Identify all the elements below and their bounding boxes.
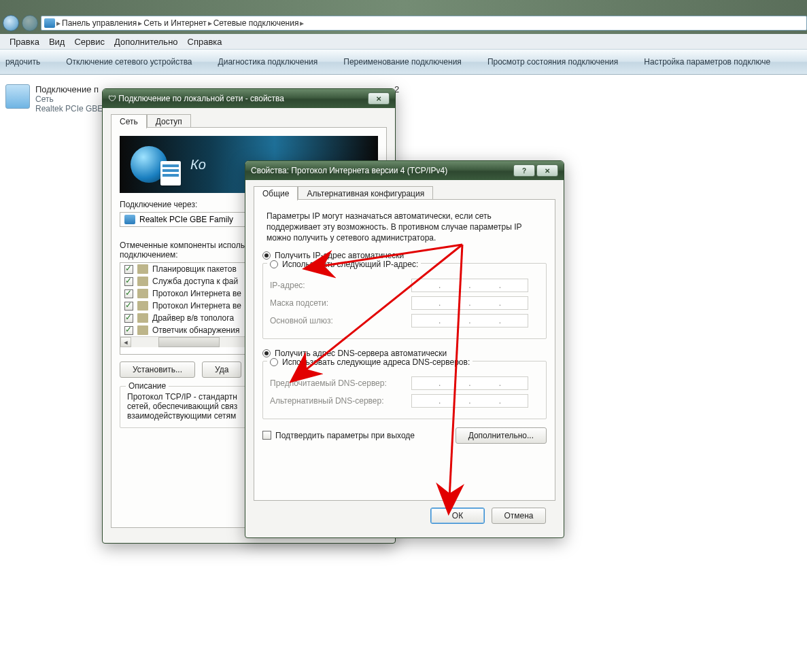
connection-item[interactable]: Подключение п Сеть Realtek PCIe GBE — [5, 84, 103, 113]
component-icon — [137, 313, 148, 323]
radio-icon — [262, 349, 271, 357]
tab-general[interactable]: Общие — [254, 186, 298, 200]
menu-view[interactable]: Вид — [49, 37, 65, 47]
menu-bar: Правка Вид Сервис Дополнительно Справка — [0, 34, 807, 49]
address-bar: ▸ Панель управления ▸ Сеть и Интернет ▸ … — [0, 15, 807, 31]
component-label: Протокол Интернета ве — [152, 301, 241, 311]
menu-advanced[interactable]: Дополнительно — [114, 37, 178, 47]
toolbar-diagnose[interactable]: Диагностика подключения — [218, 57, 318, 67]
breadcrumb-item[interactable]: Панель управления — [62, 18, 137, 28]
uninstall-button[interactable]: Уда — [202, 361, 241, 378]
component-label: Протокол Интернета ве — [152, 289, 241, 298]
connection-name: Подключение п — [35, 84, 103, 94]
connection-status: Сеть — [35, 94, 103, 104]
ipv4-properties-dialog: Свойства: Протокол Интернета версии 4 (T… — [245, 160, 564, 538]
command-bar: рядочить Отключение сетевого устройства … — [0, 49, 807, 75]
component-label: Ответчик обнаружения — [152, 325, 239, 335]
connection-device: Realtek PCIe GBE — [35, 104, 103, 113]
banner-text: Ко — [190, 157, 206, 173]
manual-ip-group: Использовать следующий IP-адрес: IP-адре… — [262, 263, 547, 339]
breadcrumb-item[interactable]: Сетевые подключения — [213, 18, 299, 28]
alternate-dns-input[interactable]: ... — [411, 394, 528, 408]
component-checkbox[interactable] — [124, 277, 133, 286]
radio-dns-auto[interactable]: Получить адрес DNS-сервера автоматически — [262, 349, 547, 358]
radio-icon — [270, 260, 278, 268]
mask-input[interactable]: ... — [411, 296, 528, 310]
close-button[interactable]: ✕ — [368, 92, 390, 105]
manual-dns-group: Использовать следующие адреса DNS-сервер… — [262, 361, 547, 419]
component-icon — [137, 277, 148, 286]
component-checkbox[interactable] — [124, 326, 133, 335]
toolbar-status[interactable]: Просмотр состояния подключения — [487, 57, 618, 67]
preferred-dns-input[interactable]: ... — [411, 376, 528, 390]
help-text: Параметры IP могут назначаться автоматич… — [267, 211, 543, 244]
close-button[interactable]: ✕ — [536, 164, 558, 177]
scroll-left-button[interactable]: ◄ — [120, 337, 131, 347]
component-label: Служба доступа к фай — [152, 277, 238, 286]
component-checkbox[interactable] — [124, 289, 133, 298]
menu-help[interactable]: Справка — [188, 37, 222, 47]
component-label: Драйвер в/в тополога — [152, 313, 234, 323]
gateway-input[interactable]: ... — [411, 314, 528, 328]
radio-icon — [262, 251, 271, 260]
nic-icon — [124, 215, 135, 224]
menu-service[interactable]: Сервис — [74, 37, 105, 47]
mask-label: Маска подсети: — [270, 298, 406, 308]
radio-ip-auto[interactable]: Получить IP-адрес автоматически — [262, 251, 547, 260]
clipboard-icon — [160, 161, 181, 185]
tab-network[interactable]: Сеть — [111, 114, 147, 128]
install-button[interactable]: Установить... — [120, 361, 195, 378]
ok-button[interactable]: ОК — [430, 508, 485, 524]
dialog-titlebar[interactable]: Свойства: Протокол Интернета версии 4 (T… — [245, 161, 564, 180]
tab-alternate[interactable]: Альтернативная конфигурация — [298, 186, 433, 200]
component-label: Планировщик пакетов — [152, 264, 237, 274]
alternate-dns-label: Альтернативный DNS-сервер: — [270, 396, 406, 406]
advanced-button[interactable]: Дополнительно... — [456, 427, 547, 444]
adapter-name: Realtek PCIe GBE Family — [139, 215, 233, 224]
radio-dns-manual[interactable]: Использовать следующие адреса DNS-сервер… — [267, 357, 473, 367]
control-panel-icon — [44, 18, 55, 28]
radio-ip-manual[interactable]: Использовать следующий IP-адрес: — [267, 260, 421, 269]
help-button[interactable]: ? — [513, 164, 535, 177]
toolbar-disable[interactable]: Отключение сетевого устройства — [66, 57, 192, 67]
dialog-title: Подключение по локальной сети - свойства — [118, 94, 284, 103]
forward-button[interactable] — [22, 15, 38, 31]
back-button[interactable] — [3, 15, 19, 31]
description-title: Описание — [126, 381, 169, 391]
component-checkbox[interactable] — [124, 314, 133, 323]
validate-label: Подтвердить параметры при выходе — [275, 431, 415, 440]
component-checkbox[interactable] — [124, 302, 133, 311]
toolbar-organize[interactable]: рядочить — [5, 57, 40, 67]
component-icon — [137, 325, 148, 335]
toolbar-settings[interactable]: Настройка параметров подключе — [644, 57, 770, 67]
menu-edit[interactable]: Правка — [10, 37, 39, 47]
component-icon — [137, 264, 148, 274]
component-icon — [137, 301, 148, 311]
preferred-dns-label: Предпочитаемый DNS-сервер: — [270, 378, 406, 388]
ip-input[interactable]: ... — [411, 279, 528, 292]
network-adapter-icon — [5, 84, 30, 109]
component-icon — [137, 289, 148, 298]
validate-checkbox[interactable] — [262, 431, 271, 440]
shield-icon: 🛡 — [108, 94, 116, 103]
gateway-label: Основной шлюз: — [270, 316, 406, 325]
tab-access[interactable]: Доступ — [147, 114, 191, 128]
scroll-thumb[interactable] — [158, 337, 220, 347]
cancel-button[interactable]: Отмена — [492, 508, 546, 524]
toolbar-rename[interactable]: Переименование подключения — [343, 57, 462, 67]
dialog-title: Свойства: Протокол Интернета версии 4 (T… — [251, 166, 447, 175]
breadcrumb-item[interactable]: Сеть и Интернет — [143, 18, 206, 28]
dialog-titlebar[interactable]: 🛡 Подключение по локальной сети - свойст… — [103, 89, 395, 108]
ip-label: IP-адрес: — [270, 281, 406, 290]
radio-icon — [270, 358, 278, 366]
breadcrumb[interactable]: ▸ Панель управления ▸ Сеть и Интернет ▸ … — [41, 16, 807, 31]
component-checkbox[interactable] — [124, 265, 133, 274]
